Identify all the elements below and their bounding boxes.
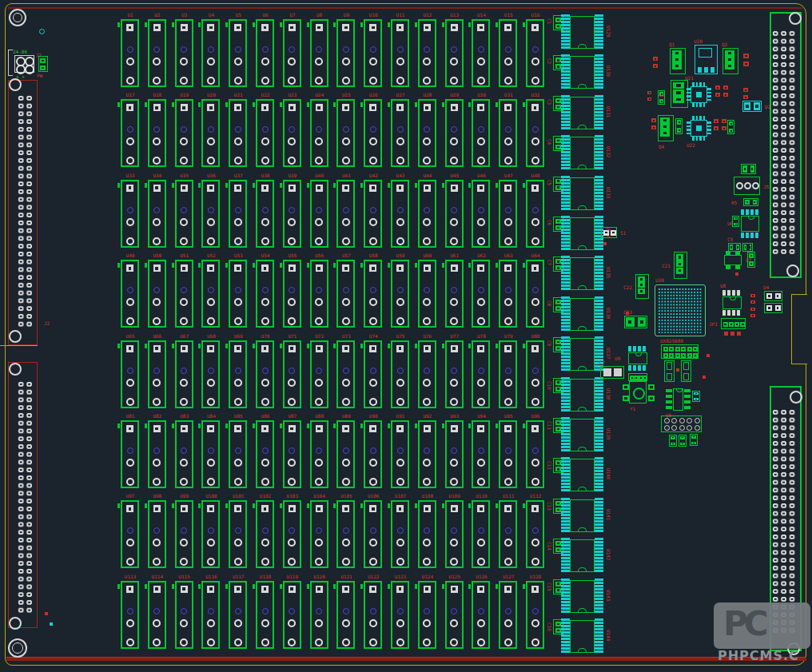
relay-footprint[interactable]: U7 [283, 19, 301, 87]
relay-footprint[interactable]: U40 [310, 180, 328, 248]
connector-2x2-footprint[interactable] [14, 55, 34, 73]
sot23-transistor-footprint[interactable]: Q3 [671, 80, 688, 108]
header-2x5-footprint[interactable] [661, 416, 702, 432]
relay-footprint[interactable]: U114 [148, 581, 166, 649]
relay-footprint[interactable]: U72 [310, 340, 328, 408]
smd-passive-open-footprint[interactable] [664, 360, 675, 382]
smd-passive-footprint[interactable] [713, 118, 719, 133]
relay-footprint[interactable]: U87 [283, 420, 301, 488]
relay-footprint[interactable]: U111 [499, 500, 517, 568]
relay-footprint[interactable]: U46 [472, 180, 490, 248]
relay-footprint[interactable]: U81 [121, 420, 139, 488]
relay-footprint[interactable]: U127 [499, 581, 517, 649]
soic8-ic-footprint[interactable]: U5 [666, 388, 691, 411]
soic-ic-footprint[interactable]: C14U142 [547, 536, 611, 575]
smd-passive-footprint[interactable] [647, 90, 652, 103]
bga-footprint[interactable]: U30 [655, 284, 706, 336]
relay-footprint[interactable]: U124 [418, 581, 436, 649]
relay-footprint[interactable]: U18 [148, 99, 166, 167]
relay-footprint[interactable]: U55 [283, 260, 301, 328]
relay-footprint[interactable]: U90 [364, 420, 382, 488]
jumper-2pin-footprint[interactable]: D4 [764, 291, 782, 301]
relay-footprint[interactable]: U104 [310, 500, 328, 568]
relay-footprint[interactable]: U119 [283, 581, 301, 649]
pin-header-footprint[interactable]: JP1 [721, 318, 746, 329]
relay-footprint[interactable]: U50 [148, 260, 166, 328]
soic8-ic-footprint[interactable]: U6 [740, 209, 760, 238]
relay-footprint[interactable]: U66 [148, 340, 166, 408]
soic-ic-footprint[interactable]: C2U130 [547, 53, 611, 91]
soic-ic-footprint[interactable]: C4U132 [547, 133, 611, 172]
relay-footprint[interactable]: U42 [364, 180, 382, 248]
smd-passive-footprint[interactable] [658, 90, 665, 105]
relay-footprint[interactable]: U35 [175, 180, 193, 248]
relay-footprint[interactable]: U70 [256, 340, 274, 408]
smd-passive-footprint[interactable] [721, 118, 727, 133]
relay-footprint[interactable]: U12 [418, 19, 436, 87]
relay-footprint[interactable]: U17 [121, 99, 139, 167]
relay-footprint[interactable]: U59 [391, 260, 409, 328]
relay-footprint[interactable]: U49 [121, 260, 139, 328]
relay-footprint[interactable]: U4 [201, 19, 220, 87]
soic-ic-footprint[interactable]: C5U133 [547, 174, 611, 213]
relay-footprint[interactable]: U101 [229, 500, 247, 568]
soic8-ic-footprint[interactable]: U9 [627, 346, 648, 371]
relay-footprint[interactable]: U93 [445, 420, 464, 488]
relay-footprint[interactable]: U1 [121, 19, 139, 87]
power-connector-3pin[interactable]: J5 [734, 177, 760, 195]
relay-footprint[interactable]: U92 [418, 420, 436, 488]
relay-footprint[interactable]: U9 [336, 19, 355, 87]
relay-footprint[interactable]: U102 [256, 500, 274, 568]
relay-footprint[interactable]: U98 [148, 500, 166, 568]
relay-footprint[interactable]: U57 [336, 260, 355, 328]
smd-capacitor-large[interactable]: C7 [600, 366, 624, 379]
relay-footprint[interactable]: U105 [336, 500, 355, 568]
soic-ic-footprint[interactable]: C15U143 [547, 577, 611, 615]
relay-footprint[interactable]: U120 [310, 581, 328, 649]
relay-footprint[interactable]: U107 [391, 500, 409, 568]
sot23-transistor-footprint[interactable]: C22 [635, 274, 649, 299]
relay-footprint[interactable]: U19 [175, 99, 193, 167]
relay-footprint[interactable]: U63 [499, 260, 517, 328]
smd-passive-footprint[interactable] [679, 435, 687, 447]
relay-footprint[interactable]: U30 [472, 99, 490, 167]
soic8-ic-footprint[interactable]: U8 [722, 290, 742, 316]
relay-footprint[interactable]: U73 [336, 340, 355, 408]
soic-ic-footprint[interactable]: C16U144 [547, 617, 611, 655]
soic-ic-footprint[interactable]: C11U139 [547, 416, 611, 454]
smd-passive-footprint[interactable]: C23 [624, 316, 647, 328]
relay-footprint[interactable]: U69 [229, 340, 247, 408]
relay-footprint[interactable]: U13 [445, 19, 464, 87]
smd-passive-footprint[interactable] [750, 307, 756, 320]
relay-footprint[interactable]: U32 [526, 99, 544, 167]
relay-footprint[interactable]: U125 [445, 581, 464, 649]
relay-footprint[interactable]: U82 [148, 420, 166, 488]
relay-footprint[interactable]: U53 [229, 260, 247, 328]
smd-passive-footprint[interactable] [690, 434, 698, 446]
smd-passive-footprint[interactable] [714, 85, 721, 99]
relay-footprint[interactable]: U11 [391, 19, 409, 87]
relay-footprint[interactable]: U96 [526, 420, 544, 488]
smd-passive-footprint[interactable] [669, 435, 677, 447]
soic-ic-footprint[interactable]: C12U140 [547, 455, 611, 494]
relay-footprint[interactable]: U25 [336, 99, 355, 167]
relay-footprint[interactable]: U86 [256, 420, 274, 488]
smd-passive-footprint[interactable] [732, 216, 739, 227]
smd-passive-footprint[interactable]: R5 [743, 198, 758, 206]
smd-passive-footprint[interactable] [652, 56, 659, 70]
relay-footprint[interactable]: U84 [201, 420, 220, 488]
smd-diode-footprint[interactable]: D2 [742, 101, 762, 112]
relay-footprint[interactable]: U10 [364, 19, 382, 87]
relay-footprint[interactable]: U22 [256, 99, 274, 167]
smd-passive-footprint[interactable] [747, 252, 755, 268]
sot23-transistor-footprint[interactable]: C21 [674, 252, 687, 279]
relay-footprint[interactable]: U62 [472, 260, 490, 328]
qfn-ic-footprint[interactable]: U7 [722, 251, 743, 269]
relay-footprint[interactable]: U89 [336, 420, 355, 488]
smd-passive-footprint[interactable] [651, 117, 657, 132]
relay-footprint[interactable]: U123 [391, 581, 409, 649]
relay-footprint[interactable]: U5 [229, 19, 247, 87]
relay-footprint[interactable]: U94 [472, 420, 490, 488]
relay-footprint[interactable]: U61 [445, 260, 464, 328]
relay-footprint[interactable]: U41 [336, 180, 355, 248]
